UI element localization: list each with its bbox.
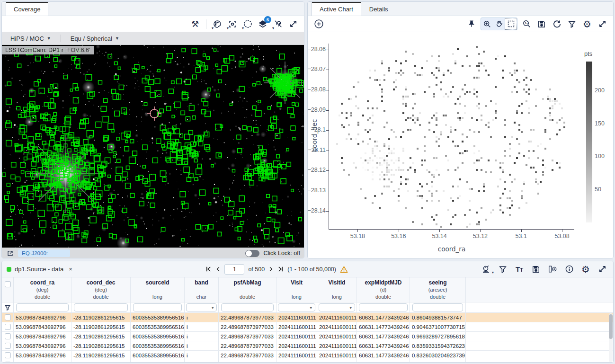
- cell-expMidptMJD: 60631.14773439246: [357, 360, 410, 363]
- image-options-bar: HiPS / MOC ▼ Equ / Spherical ▼: [2, 32, 304, 45]
- cell-coord_dec: -28.11902861295615: [71, 360, 131, 363]
- column-header-seeing[interactable]: seeing(arcsec)double: [410, 277, 466, 302]
- row-checkbox[interactable]: [5, 343, 11, 349]
- table-warning-icon[interactable]: [340, 266, 348, 273]
- column-header-Visit[interactable]: Visit long: [276, 277, 317, 302]
- filter-select-band[interactable]: ▼: [186, 303, 217, 311]
- tools-icon[interactable]: ⚒: [189, 18, 201, 30]
- sky-canvas[interactable]: [2, 45, 304, 248]
- row-checkbox[interactable]: [5, 352, 11, 358]
- filter-input-coord_ra[interactable]: [16, 303, 69, 311]
- y-tick-mark: [326, 211, 329, 212]
- projection-dropdown[interactable]: Equ / Spherical ▼: [68, 35, 122, 42]
- table-row[interactable]: 53.09687843692796-28.1190286129561560035…: [2, 313, 613, 322]
- box-select-mode-icon[interactable]: [505, 18, 517, 29]
- filter-input-expMidptMJD[interactable]: [359, 303, 407, 311]
- colorbar-tick-label: 150: [595, 120, 605, 127]
- cell-sourceId: 600355353899565160: [131, 313, 185, 322]
- column-header-expMidptMJD[interactable]: expMidptMJD(d)double: [357, 277, 410, 302]
- table-tab[interactable]: dp1.Source - data ×: [7, 266, 72, 273]
- save-chart-icon[interactable]: [535, 18, 548, 30]
- filter-row-icon[interactable]: [2, 302, 14, 312]
- column-header-coord_ra[interactable]: coord_ra(deg)double: [14, 277, 71, 302]
- heatmap-chart[interactable]: −28.06−28.07−28.08−28.09−28.1−28.11−28.1…: [308, 32, 613, 258]
- cell-Visit: 2024111600111: [276, 341, 317, 350]
- pagination: of 500 (1 - 100 of 50,000): [205, 264, 348, 275]
- tab-coverage[interactable]: Coverage: [6, 2, 48, 16]
- table-row[interactable]: 53.09687843692796-28.1190286129561560035…: [2, 360, 613, 363]
- zoom-original-icon[interactable]: 1x: [520, 18, 533, 30]
- row-checkbox[interactable]: [5, 333, 11, 339]
- heatmap-canvas[interactable]: [329, 44, 574, 229]
- prev-page-button[interactable]: [215, 266, 221, 272]
- row-checkbox[interactable]: [5, 324, 11, 330]
- filter-select-VisitId[interactable]: ▼: [319, 303, 355, 311]
- chart-settings-icon[interactable]: ⚙: [581, 18, 593, 30]
- filter-input-psfAbMag[interactable]: [221, 303, 274, 311]
- filter-select-Visit[interactable]: ▼: [278, 303, 315, 311]
- pin-chart-icon[interactable]: [465, 18, 478, 30]
- click-lock-toggle[interactable]: [245, 250, 259, 257]
- row-checkbox[interactable]: [5, 362, 11, 363]
- first-page-button[interactable]: [205, 266, 212, 272]
- open-in-new-icon[interactable]: [6, 249, 14, 257]
- coverage-toolbar: ⚒ ▾ ▾ ▾: [2, 16, 304, 32]
- text-view-icon[interactable]: TT: [513, 263, 526, 275]
- y-tick-label: −28.06: [307, 46, 326, 53]
- column-header-VisitId[interactable]: VisitId long: [317, 277, 357, 302]
- column-header-coord_dec[interactable]: coord_dec(deg)double: [71, 277, 131, 302]
- sky-image-view[interactable]: LSSTComCam: DP1 r FOV:6.6': [2, 45, 304, 248]
- tab-details[interactable]: Details: [361, 2, 396, 16]
- table-toolbar-icons: ▾ TT: [480, 263, 608, 275]
- add-chart-icon[interactable]: [312, 18, 325, 30]
- row-checkbox[interactable]: [5, 314, 11, 320]
- table-row[interactable]: 53.09687843692796-28.1190286129561560035…: [2, 322, 613, 332]
- color-palette-icon[interactable]: ▾: [211, 18, 223, 30]
- column-header-sourceId[interactable]: sourceId long: [131, 277, 185, 302]
- cell-psfAbMag: 22.489687873977033: [219, 341, 276, 350]
- save-table-icon[interactable]: [530, 263, 542, 275]
- tab-active-chart[interactable]: Active Chart: [312, 2, 361, 16]
- layers-icon[interactable]: 5: [257, 18, 269, 30]
- cell-Visit: 2024111600111: [276, 313, 317, 322]
- close-table-icon[interactable]: ×: [69, 266, 72, 273]
- last-page-button[interactable]: [277, 266, 284, 272]
- expand-table-icon[interactable]: [596, 263, 608, 275]
- cell-seeing: 0.8326030204923739: [410, 351, 466, 360]
- analyze-icon[interactable]: ▾: [480, 263, 492, 275]
- column-header-psfAbMag[interactable]: psfAbMag double: [219, 277, 276, 302]
- filter-input-coord_dec[interactable]: [74, 303, 128, 311]
- table-row[interactable]: 53.09687843692796-28.1190286129561560035…: [2, 351, 613, 360]
- filter-chart-icon[interactable]: [566, 18, 578, 30]
- coverage-tabbar: Coverage: [2, 2, 304, 16]
- table-settings-icon[interactable]: ⚙: [579, 263, 592, 275]
- cell-expMidptMJD: 60631.14773439246: [357, 332, 410, 341]
- zoom-in-mode-icon[interactable]: [481, 18, 493, 29]
- filter-table-icon[interactable]: [497, 263, 509, 275]
- filter-input-sourceId[interactable]: [133, 303, 182, 311]
- next-page-button[interactable]: [268, 266, 274, 272]
- pan-mode-icon[interactable]: [493, 18, 505, 29]
- table-row[interactable]: 53.09687843692796-28.1190286129561560035…: [2, 332, 613, 341]
- expand-icon[interactable]: [287, 18, 299, 30]
- add-column-icon[interactable]: [546, 263, 559, 275]
- page-number-input[interactable]: [224, 264, 244, 275]
- filter-input-seeing[interactable]: [412, 303, 463, 311]
- info-icon[interactable]: [563, 263, 575, 275]
- cell-coord_dec: -28.11902861295615: [71, 313, 131, 322]
- expand-chart-icon[interactable]: [596, 18, 608, 30]
- row-range-label: (1 - 100 of 50,000): [287, 266, 336, 273]
- column-header-band[interactable]: band char: [185, 277, 219, 302]
- table-row[interactable]: 53.09687843692796-28.1190286129561560035…: [2, 341, 613, 351]
- y-tick-mark: [326, 50, 329, 50]
- tab-active-chart-label: Active Chart: [320, 6, 353, 13]
- recenter-icon[interactable]: ▾: [226, 18, 239, 30]
- select-region-icon[interactable]: ▾: [241, 18, 254, 30]
- cell-band: i: [185, 351, 219, 360]
- unlink-icon[interactable]: ▾: [272, 18, 284, 30]
- refresh-chart-icon[interactable]: [551, 18, 563, 30]
- table-status-dot: [7, 267, 11, 272]
- select-all-checkbox[interactable]: [5, 281, 11, 287]
- hips-moc-dropdown[interactable]: HiPS / MOC ▼: [8, 35, 54, 42]
- table-scrollbar[interactable]: [609, 313, 613, 362]
